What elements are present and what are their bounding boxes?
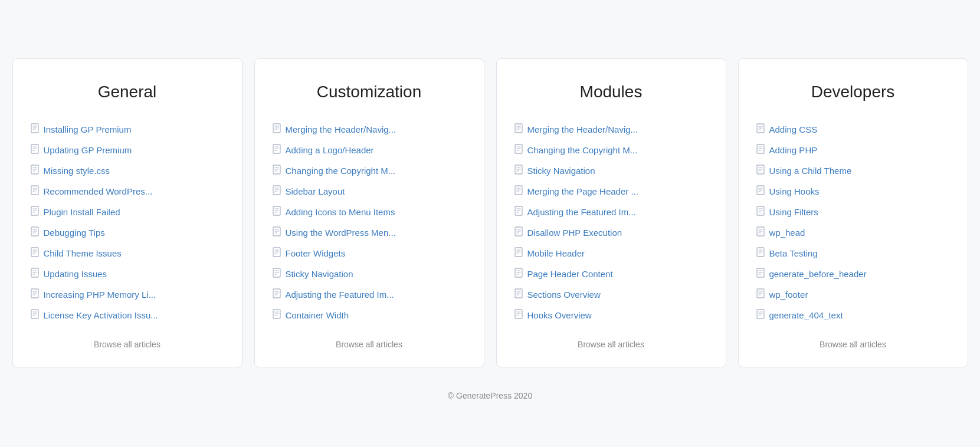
article-link-customization-8[interactable]: Adjusting the Featured Im... (286, 290, 394, 300)
doc-icon (273, 288, 281, 301)
article-link-modules-5[interactable]: Disallow PHP Execution (527, 228, 622, 238)
list-item: Debugging Tips (31, 222, 224, 243)
article-link-developers-7[interactable]: generate_before_header (769, 269, 867, 279)
copyright-text: © GeneratePress 2020 (448, 391, 532, 400)
article-link-modules-3[interactable]: Merging the Page Header ... (527, 186, 638, 196)
list-item: Page Header Content (514, 264, 708, 284)
article-link-general-1[interactable]: Updating GP Premium (44, 145, 132, 155)
browse-all-modules[interactable]: Browse all articles (514, 340, 708, 349)
article-link-developers-8[interactable]: wp_footer (769, 290, 808, 300)
article-link-modules-2[interactable]: Sticky Navigation (527, 166, 595, 176)
browse-all-developers[interactable]: Browse all articles (756, 340, 950, 349)
footer: © GeneratePress 2020 (448, 391, 532, 400)
list-item: Adjusting the Featured Im... (273, 284, 466, 305)
article-link-modules-4[interactable]: Adjusting the Featured Im... (527, 207, 636, 217)
doc-icon (273, 123, 281, 136)
article-link-general-8[interactable]: Increasing PHP Memory Li... (44, 290, 156, 300)
list-item: Using Filters (756, 202, 950, 222)
card-developers: Developers Adding CSS Adding PHP Using a… (738, 58, 968, 367)
browse-all-customization[interactable]: Browse all articles (273, 340, 466, 349)
article-link-modules-1[interactable]: Changing the Copyright M... (527, 145, 638, 155)
doc-icon (273, 165, 281, 177)
article-link-developers-0[interactable]: Adding CSS (769, 124, 818, 134)
list-item: Container Width (273, 305, 466, 326)
list-item: Beta Testing (756, 243, 950, 264)
list-item: Using the WordPress Men... (273, 222, 466, 243)
card-title-developers: Developers (756, 83, 950, 101)
article-link-developers-2[interactable]: Using a Child Theme (769, 166, 852, 176)
article-link-general-9[interactable]: License Key Activation Issu... (44, 310, 158, 320)
doc-icon (31, 165, 39, 177)
list-item: Adding PHP (756, 140, 950, 160)
doc-icon (514, 309, 523, 321)
article-link-general-4[interactable]: Plugin Install Failed (44, 207, 120, 217)
article-link-customization-1[interactable]: Adding a Logo/Header (286, 145, 374, 155)
list-item: wp_head (756, 222, 950, 243)
doc-icon (756, 206, 765, 218)
doc-icon (756, 268, 765, 280)
article-link-developers-5[interactable]: wp_head (769, 228, 805, 238)
article-link-general-2[interactable]: Missing style.css (44, 166, 110, 176)
article-link-general-3[interactable]: Recommended WordPres... (44, 186, 153, 196)
doc-icon (31, 185, 39, 198)
article-link-general-7[interactable]: Updating Issues (44, 269, 107, 279)
doc-icon (273, 226, 281, 239)
article-link-modules-7[interactable]: Page Header Content (527, 269, 613, 279)
doc-icon (514, 226, 523, 239)
article-link-modules-8[interactable]: Sections Overview (527, 290, 601, 300)
article-link-developers-6[interactable]: Beta Testing (769, 248, 818, 258)
card-customization: Customization Merging the Header/Navig..… (254, 58, 484, 367)
article-link-modules-6[interactable]: Mobile Header (527, 248, 585, 258)
article-link-general-0[interactable]: Installing GP Premium (44, 124, 132, 134)
list-item: Adding Icons to Menu Items (273, 202, 466, 222)
article-link-customization-0[interactable]: Merging the Header/Navig... (286, 124, 396, 134)
article-link-customization-4[interactable]: Adding Icons to Menu Items (286, 207, 395, 217)
list-item: License Key Activation Issu... (31, 305, 224, 326)
doc-icon (514, 185, 523, 198)
article-link-general-5[interactable]: Debugging Tips (44, 228, 105, 238)
card-title-customization: Customization (273, 83, 466, 101)
list-item: Changing the Copyright M... (514, 140, 708, 160)
doc-icon (756, 309, 765, 321)
article-link-general-6[interactable]: Child Theme Issues (44, 248, 122, 258)
article-link-developers-1[interactable]: Adding PHP (769, 145, 818, 155)
card-general: General Installing GP Premium Updating G… (12, 58, 242, 367)
doc-icon (756, 226, 765, 239)
list-item: Sidebar Layout (273, 181, 466, 202)
article-link-customization-6[interactable]: Footer Widgets (286, 248, 346, 258)
article-link-customization-7[interactable]: Sticky Navigation (286, 269, 353, 279)
doc-icon (514, 144, 523, 156)
doc-icon (514, 288, 523, 301)
article-link-developers-9[interactable]: generate_404_text (769, 310, 843, 320)
browse-all-general[interactable]: Browse all articles (31, 340, 224, 349)
doc-icon (514, 268, 523, 280)
doc-icon (31, 123, 39, 136)
list-item: Merging the Page Header ... (514, 181, 708, 202)
list-item: Using Hooks (756, 181, 950, 202)
article-link-customization-2[interactable]: Changing the Copyright M... (286, 166, 396, 176)
list-item: Recommended WordPres... (31, 181, 224, 202)
article-link-developers-4[interactable]: Using Filters (769, 207, 818, 217)
doc-icon (273, 185, 281, 198)
list-item: Updating Issues (31, 264, 224, 284)
article-link-modules-0[interactable]: Merging the Header/Navig... (527, 124, 638, 134)
article-link-developers-3[interactable]: Using Hooks (769, 186, 820, 196)
doc-icon (273, 144, 281, 156)
doc-icon (756, 247, 765, 259)
doc-icon (756, 165, 765, 177)
article-link-customization-5[interactable]: Using the WordPress Men... (286, 228, 396, 238)
list-item: Sticky Navigation (273, 264, 466, 284)
doc-icon (514, 123, 523, 136)
article-link-customization-3[interactable]: Sidebar Layout (286, 186, 345, 196)
card-modules: Modules Merging the Header/Navig... Chan… (496, 58, 726, 367)
doc-icon (273, 247, 281, 259)
article-link-customization-9[interactable]: Container Width (286, 310, 349, 320)
card-title-modules: Modules (514, 83, 708, 101)
list-item: generate_before_header (756, 264, 950, 284)
article-list-developers: Adding CSS Adding PHP Using a Child Them… (756, 119, 950, 326)
list-item: generate_404_text (756, 305, 950, 326)
doc-icon (31, 288, 39, 301)
doc-icon (273, 206, 281, 218)
article-link-modules-9[interactable]: Hooks Overview (527, 310, 592, 320)
list-item: Merging the Header/Navig... (273, 119, 466, 140)
